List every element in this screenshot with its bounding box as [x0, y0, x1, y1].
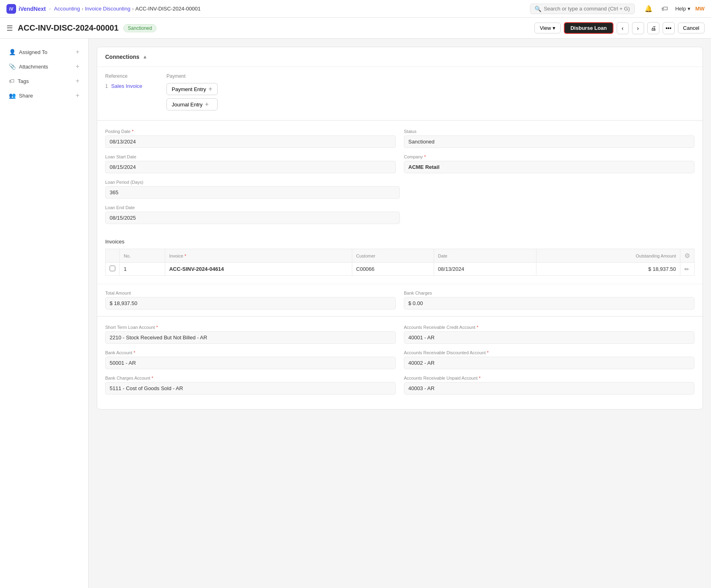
- assigned-to-add-icon[interactable]: +: [76, 48, 79, 56]
- connections-collapse-icon[interactable]: ▲: [143, 54, 148, 60]
- bank-account-group: Bank Account *: [105, 350, 396, 369]
- row-checkbox[interactable]: [110, 266, 115, 271]
- view-chevron-icon: ▾: [553, 25, 555, 31]
- posting-date-req: *: [132, 129, 133, 134]
- loan-start-date-label: Loan Start Date: [105, 154, 396, 159]
- payment-entry-plus-icon: +: [208, 85, 212, 93]
- col-date: Date: [434, 249, 536, 263]
- ar-discounted-input[interactable]: [404, 357, 694, 369]
- company-input[interactable]: [404, 161, 694, 173]
- next-record-button[interactable]: ›: [632, 22, 644, 34]
- logo-icon: iV: [6, 4, 16, 14]
- doc-actions: View ▾ Disburse Loan ‹ › 🖨 ••• Cancel: [534, 22, 705, 34]
- row-edit-icon[interactable]: ✏: [684, 266, 689, 272]
- reference-item-1: 1 Sales Invoice: [105, 83, 142, 89]
- more-options-button[interactable]: •••: [663, 22, 675, 34]
- invoices-table-head: No. Invoice * Customer Date Outstanding …: [106, 249, 694, 263]
- ar-unpaid-input[interactable]: [404, 382, 694, 395]
- form-row-1: Posting Date * Status: [105, 129, 694, 148]
- bank-charges-input[interactable]: [404, 297, 694, 310]
- accounts-row-3: Bank Charges Account * Accounts Receivab…: [105, 376, 694, 395]
- search-input[interactable]: [544, 6, 630, 12]
- payment-header: Payment: [166, 73, 218, 79]
- row-edit-cell[interactable]: ✏: [680, 263, 694, 276]
- reference-header: Reference: [105, 73, 142, 79]
- table-row: 1 ACC-SINV-2024-04614 C00066 08/13/2024 …: [106, 263, 694, 276]
- col-gear: ⚙: [680, 249, 694, 263]
- loan-start-date-input[interactable]: [105, 161, 396, 173]
- row-checkbox-cell[interactable]: [106, 263, 120, 276]
- doc-header: ☰ ACC-INV-DISC-2024-00001 Sanctioned Vie…: [0, 18, 711, 39]
- attachments-add-icon[interactable]: +: [76, 63, 79, 70]
- company-group: Company *: [404, 154, 694, 173]
- bookmark-icon[interactable]: 🏷: [659, 3, 670, 15]
- sidebar-label-assigned-to: Assigned To: [19, 49, 48, 55]
- loan-end-date-input[interactable]: [105, 212, 400, 224]
- print-button[interactable]: 🖨: [647, 22, 659, 34]
- ar-discounted-group: Accounts Receivable Discounted Account *: [404, 350, 694, 369]
- share-add-icon[interactable]: +: [76, 92, 79, 99]
- row-customer: C00066: [352, 263, 434, 276]
- journal-entry-button[interactable]: Journal Entry +: [166, 98, 218, 110]
- payment-entry-button[interactable]: Payment Entry +: [166, 83, 218, 95]
- col-checkbox: [106, 249, 120, 263]
- total-amount-label: Total Amount: [105, 291, 396, 295]
- totals-row: Total Amount Bank Charges: [97, 284, 703, 316]
- help-menu[interactable]: Help ▾: [675, 6, 690, 12]
- ar-unpaid-group: Accounts Receivable Unpaid Account *: [404, 376, 694, 395]
- posting-date-input[interactable]: [105, 135, 396, 148]
- bank-account-input[interactable]: [105, 357, 396, 369]
- search-bar[interactable]: 🔍: [530, 4, 635, 14]
- tags-add-icon[interactable]: +: [76, 77, 79, 85]
- loan-period-input[interactable]: [105, 186, 400, 199]
- user-avatar[interactable]: MW: [695, 6, 705, 12]
- ar-credit-group: Accounts Receivable Credit Account *: [404, 325, 694, 344]
- breadcrumb-accounting[interactable]: Accounting: [54, 6, 80, 12]
- document-card: Connections ▲ Reference 1 Sales Invoice …: [97, 47, 703, 409]
- breadcrumb-separator-1: ›: [49, 6, 51, 12]
- notifications-icon[interactable]: 🔔: [643, 3, 654, 15]
- connections-title: Connections: [105, 54, 139, 60]
- topnav-icons: 🔔 🏷 Help ▾ MW: [643, 3, 705, 15]
- ar-unpaid-label: Accounts Receivable Unpaid Account *: [404, 376, 694, 380]
- journal-entry-label: Journal Entry: [172, 102, 203, 108]
- bank-charges-account-input[interactable]: [105, 382, 396, 395]
- tags-icon: 🏷: [9, 78, 15, 84]
- view-button[interactable]: View ▾: [534, 23, 561, 33]
- breadcrumb-current: ACC-INV-DISC-2024-00001: [135, 6, 201, 12]
- sidebar-item-tags[interactable]: 🏷 Tags +: [5, 74, 83, 88]
- cancel-button[interactable]: Cancel: [678, 23, 705, 33]
- short-term-loan-input[interactable]: [105, 331, 396, 344]
- hamburger-icon[interactable]: ☰: [6, 24, 13, 33]
- connections-table: Reference 1 Sales Invoice Payment Paymen…: [105, 73, 694, 114]
- help-chevron-icon: ▾: [688, 6, 690, 12]
- sidebar-item-attachments[interactable]: 📎 Attachments +: [5, 60, 83, 73]
- sidebar-item-share[interactable]: 👥 Share +: [5, 89, 83, 102]
- app-logo[interactable]: iV iVendNext: [6, 4, 46, 14]
- loan-period-label: Loan Period (Days): [105, 180, 400, 185]
- status-badge: Sanctioned: [123, 24, 156, 32]
- prev-record-button[interactable]: ‹: [617, 22, 629, 34]
- ar-discounted-label: Accounts Receivable Discounted Account *: [404, 350, 694, 355]
- accounts-row-2: Bank Account * Accounts Receivable Disco…: [105, 350, 694, 369]
- help-label: Help: [675, 6, 686, 12]
- doc-title: ACC-INV-DISC-2024-00001: [18, 23, 118, 33]
- ar-credit-input[interactable]: [404, 331, 694, 344]
- total-amount-input[interactable]: [105, 297, 396, 310]
- invoices-table: No. Invoice * Customer Date Outstanding …: [105, 249, 694, 276]
- sales-invoice-link[interactable]: Sales Invoice: [111, 83, 142, 89]
- breadcrumb: Accounting › Invoice Discounting › ACC-I…: [54, 6, 201, 12]
- breadcrumb-invoice-discounting[interactable]: Invoice Discounting: [85, 6, 131, 12]
- connections-payment-col: Payment Payment Entry + Journal Entry +: [166, 73, 218, 114]
- table-gear-icon[interactable]: ⚙: [684, 252, 690, 259]
- status-input[interactable]: [404, 135, 694, 148]
- row-date: 08/13/2024: [434, 263, 536, 276]
- total-amount-group: Total Amount: [105, 291, 396, 310]
- company-label: Company *: [404, 154, 694, 159]
- row-num: 1: [120, 263, 165, 276]
- row-outstanding: $ 18,937.50: [536, 263, 680, 276]
- reference-num: 1: [105, 83, 108, 89]
- disburse-loan-button[interactable]: Disburse Loan: [564, 22, 613, 34]
- sidebar-item-assigned-to[interactable]: 👤 Assigned To +: [5, 45, 83, 59]
- loan-period-group: Loan Period (Days): [105, 180, 400, 199]
